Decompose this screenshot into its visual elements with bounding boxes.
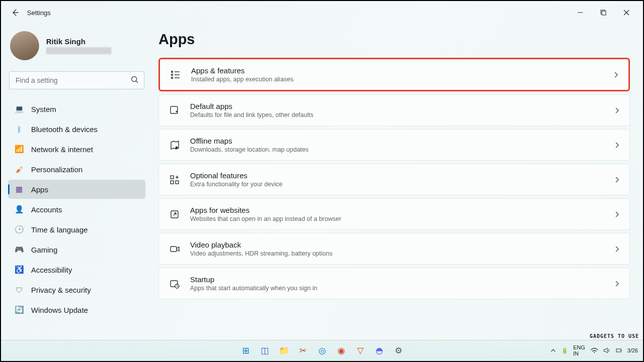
card-default-apps[interactable]: Default appsDefaults for file and link t… bbox=[158, 94, 630, 126]
card-video-playback[interactable]: Video playbackVideo adjustments, HDR str… bbox=[158, 233, 630, 265]
sidebar-item-network-internet[interactable]: 📶Network & internet bbox=[8, 140, 145, 159]
sidebar-item-personalization[interactable]: 🖌Personalization bbox=[8, 160, 145, 179]
taskbar-start-icon[interactable]: ⊞ bbox=[238, 343, 254, 359]
sidebar-item-label: Gaming bbox=[31, 246, 58, 254]
taskbar-chrome-icon[interactable]: ◉ bbox=[333, 343, 349, 359]
sidebar-item-windows-update[interactable]: 🔄Windows Update bbox=[8, 300, 145, 319]
sidebar-item-apps[interactable]: ▦Apps bbox=[8, 180, 145, 199]
sidebar: Ritik Singh 💻SystemᛒBluetooth & devices📶… bbox=[1, 24, 151, 340]
back-button[interactable] bbox=[6, 4, 24, 22]
language-indicator[interactable]: ENG IN bbox=[573, 344, 585, 356]
personalization-icon: 🖌 bbox=[14, 164, 24, 174]
svg-point-7 bbox=[172, 74, 173, 75]
titlebar: Settings bbox=[1, 1, 643, 24]
svg-point-20 bbox=[594, 352, 595, 353]
sidebar-item-bluetooth-devices[interactable]: ᛒBluetooth & devices bbox=[8, 119, 145, 139]
search-input[interactable] bbox=[9, 71, 144, 89]
sidebar-item-accounts[interactable]: 👤Accounts bbox=[8, 200, 145, 219]
taskbar-brave-icon[interactable]: ▽ bbox=[352, 343, 368, 359]
card-title: Video playback bbox=[190, 240, 613, 249]
map-icon bbox=[168, 139, 181, 152]
search-icon bbox=[130, 75, 139, 84]
svg-rect-11 bbox=[171, 106, 178, 113]
search-container bbox=[9, 71, 144, 89]
card-subtitle: Websites that can open in an app instead… bbox=[190, 215, 613, 222]
card-list: Apps & featuresInstalled apps, app execu… bbox=[158, 58, 630, 299]
card-subtitle: Installed apps, app execution aliases bbox=[191, 76, 612, 83]
lang-line2: IN bbox=[573, 350, 585, 356]
windows-update-icon: 🔄 bbox=[14, 305, 24, 315]
svg-rect-21 bbox=[616, 349, 621, 352]
svg-line-4 bbox=[136, 81, 138, 83]
card-subtitle: Downloads, storage location, map updates bbox=[190, 146, 613, 153]
lang-line1: ENG bbox=[573, 344, 585, 350]
avatar bbox=[10, 31, 39, 60]
minimize-button[interactable] bbox=[569, 5, 592, 21]
wifi-icon[interactable] bbox=[590, 347, 598, 353]
sidebar-item-label: Accessibility bbox=[31, 266, 72, 274]
sidebar-item-label: Time & language bbox=[31, 225, 88, 234]
system-icon: 💻 bbox=[14, 104, 24, 114]
svg-point-5 bbox=[172, 71, 173, 72]
card-apps-features[interactable]: Apps & featuresInstalled apps, app execu… bbox=[158, 58, 630, 91]
time-language-icon: 🕒 bbox=[14, 224, 24, 234]
card-startup[interactable]: StartupApps that start automatically whe… bbox=[158, 268, 630, 299]
card-title: Apps for websites bbox=[190, 206, 613, 214]
sidebar-item-label: Network & internet bbox=[31, 145, 93, 154]
power-icon[interactable] bbox=[615, 347, 622, 354]
svg-rect-13 bbox=[171, 176, 174, 179]
system-tray: 🔋 ENG IN 3/26 bbox=[550, 340, 638, 361]
svg-point-12 bbox=[176, 146, 178, 149]
taskbar-snip-icon[interactable]: ✂ bbox=[295, 343, 311, 359]
chevron-right-icon bbox=[613, 211, 620, 218]
card-offline-maps[interactable]: Offline mapsDownloads, storage location,… bbox=[158, 129, 630, 161]
sidebar-item-privacy-security[interactable]: 🛡Privacy & security bbox=[8, 280, 145, 299]
card-title: Default apps bbox=[190, 102, 613, 110]
profile-block[interactable]: Ritik Singh bbox=[8, 28, 145, 69]
sidebar-item-label: Privacy & security bbox=[31, 286, 91, 294]
video-icon bbox=[168, 243, 181, 256]
sidebar-item-label: Apps bbox=[31, 185, 48, 194]
page-title: Apps bbox=[158, 31, 630, 48]
sidebar-item-accessibility[interactable]: ♿Accessibility bbox=[8, 260, 145, 279]
chevron-right-icon bbox=[613, 176, 620, 183]
bluetooth-devices-icon: ᛒ bbox=[14, 124, 24, 134]
taskbar-widgets-icon[interactable]: ◫ bbox=[257, 343, 273, 359]
svg-rect-15 bbox=[176, 181, 179, 184]
card-optional-features[interactable]: Optional featuresExtra functionality for… bbox=[158, 164, 630, 195]
svg-rect-14 bbox=[171, 181, 174, 184]
sidebar-item-system[interactable]: 💻System bbox=[8, 99, 145, 118]
taskbar-discord-icon[interactable]: ◓ bbox=[371, 343, 387, 359]
window-title: Settings bbox=[27, 9, 51, 17]
svg-point-9 bbox=[172, 77, 173, 78]
card-apps-for-websites[interactable]: Apps for websitesWebsites that can open … bbox=[158, 198, 630, 230]
volume-icon[interactable] bbox=[603, 347, 610, 353]
startup-icon bbox=[168, 277, 181, 290]
svg-rect-22 bbox=[621, 350, 622, 351]
taskbar-explorer-icon[interactable]: 📁 bbox=[276, 343, 292, 359]
sidebar-item-gaming[interactable]: 🎮Gaming bbox=[8, 240, 145, 259]
taskbar-edge-icon[interactable]: ◎ bbox=[314, 343, 330, 359]
card-title: Optional features bbox=[190, 171, 613, 180]
list-icon bbox=[169, 68, 182, 81]
card-subtitle: Apps that start automatically when you s… bbox=[190, 285, 613, 292]
sidebar-item-time-language[interactable]: 🕒Time & language bbox=[8, 220, 145, 239]
maximize-button[interactable] bbox=[592, 5, 615, 21]
battery-icon[interactable]: 🔋 bbox=[561, 347, 568, 354]
card-title: Startup bbox=[190, 275, 613, 284]
chevron-right-icon bbox=[613, 246, 620, 253]
card-subtitle: Extra functionality for your device bbox=[190, 181, 613, 188]
sidebar-item-label: Personalization bbox=[31, 165, 83, 174]
svg-rect-17 bbox=[171, 247, 177, 252]
tray-chevron-icon[interactable] bbox=[550, 347, 556, 353]
clock[interactable]: 3/26 bbox=[627, 347, 638, 353]
accounts-icon: 👤 bbox=[14, 204, 24, 214]
sidebar-item-label: Bluetooth & devices bbox=[31, 125, 98, 134]
close-button[interactable] bbox=[615, 5, 638, 21]
taskbar-settings-app-icon[interactable]: ⚙ bbox=[390, 343, 406, 359]
card-subtitle: Video adjustments, HDR streaming, batter… bbox=[190, 250, 613, 257]
apps-icon: ▦ bbox=[14, 184, 24, 194]
window-controls bbox=[569, 5, 638, 21]
defaultapp-icon bbox=[168, 104, 181, 117]
profile-name: Ritik Singh bbox=[46, 37, 111, 46]
